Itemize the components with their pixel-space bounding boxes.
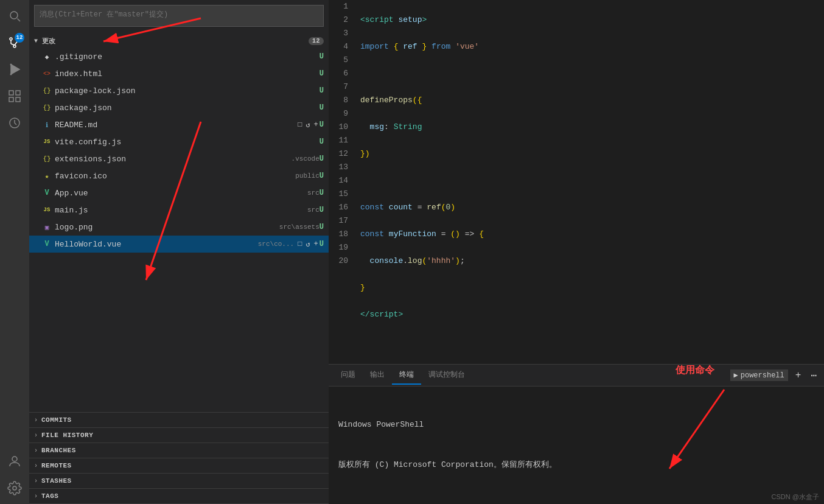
file-name: README.md	[55, 121, 294, 130]
vue-icon: V	[41, 187, 52, 198]
search-activity-icon[interactable]	[4, 5, 26, 27]
gitignore-icon: ◆	[41, 51, 52, 62]
file-name: vite.config.js	[55, 138, 319, 147]
readme-icon: ℹ	[41, 119, 52, 130]
panel-tab-right: ▶ powershell + ⋯	[730, 369, 820, 382]
file-name: package-lock.json	[55, 86, 319, 96]
file-item[interactable]: ▣ logo.png src\assets U	[29, 219, 329, 236]
json-icon: {}	[41, 153, 52, 164]
file-item[interactable]: JS main.js src U	[29, 201, 329, 219]
file-item[interactable]: ◆ .gitignore U	[29, 48, 329, 65]
file-status: U	[319, 69, 324, 78]
file-item[interactable]: ℹ README.md □ ↺ + U	[29, 116, 329, 133]
file-name: favicon.ico	[55, 172, 293, 181]
branches-chevron: ›	[34, 447, 38, 454]
json-icon: {}	[41, 102, 52, 113]
code-content: <script setup> import { ref } from 'vue'…	[355, 0, 824, 364]
open-file-btn[interactable]: □	[296, 239, 303, 250]
tab-problems[interactable]: 问题	[333, 366, 363, 385]
terminal-content[interactable]: Windows PowerShell 版权所有 (C) Microsoft Co…	[329, 387, 824, 504]
add-terminal-btn[interactable]: +	[793, 370, 804, 381]
file-item[interactable]: V App.vue src U	[29, 184, 329, 201]
scm-top	[29, 0, 329, 34]
tab-output[interactable]: 输出	[363, 366, 392, 385]
file-status: U	[319, 189, 324, 197]
file-actions: □ ↺ +	[296, 120, 319, 130]
account-activity-icon[interactable]	[4, 450, 26, 472]
file-list: ◆ .gitignore U <> index.html U {} packag…	[29, 48, 329, 253]
branches-section[interactable]: › BRANCHES	[29, 443, 329, 458]
run-activity-icon[interactable]	[4, 58, 26, 80]
file-item[interactable]: <> index.html U	[29, 65, 329, 82]
file-name: App.vue	[55, 189, 305, 198]
file-name: .gitignore	[55, 52, 319, 61]
split-terminal-btn[interactable]: ⋯	[808, 369, 819, 382]
file-status: U	[319, 240, 324, 248]
timeline-activity-icon[interactable]	[4, 112, 26, 134]
commits-section[interactable]: › COMMITS	[29, 413, 329, 428]
file-name: logo.png	[55, 223, 277, 232]
file-suffix: src	[307, 206, 319, 214]
git-activity-icon[interactable]: 12	[4, 32, 26, 54]
file-history-section[interactable]: › FILE HISTORY	[29, 428, 329, 443]
file-item[interactable]: {} package-lock.json U	[29, 82, 329, 99]
html-icon: <>	[41, 68, 52, 79]
file-suffix: src\co...	[258, 240, 294, 248]
remotes-label: REMOTES	[41, 462, 72, 469]
file-status: U	[319, 223, 324, 231]
commits-chevron: ›	[34, 417, 38, 424]
panel: 问题 输出 终端 调试控制台 ▶ powershell + ⋯ Windows …	[329, 364, 824, 504]
svg-point-2	[10, 38, 12, 40]
stashes-chevron: ›	[34, 478, 38, 485]
svg-rect-13	[9, 97, 13, 102]
file-item[interactable]: {} package.json U	[29, 99, 329, 116]
file-name: extensions.json	[55, 155, 289, 164]
main-content: 12345 678910 1112131415 1617181920 <scri…	[329, 0, 824, 504]
tab-debug-console[interactable]: 调试控制台	[421, 366, 472, 385]
svg-point-4	[13, 45, 16, 47]
sidebar: ▼ 更改 12 ◆ .gitignore U <> index.html U	[29, 0, 329, 504]
svg-point-10	[10, 74, 12, 75]
stage-btn[interactable]: +	[313, 120, 319, 130]
tags-chevron: ›	[34, 493, 38, 500]
commit-input[interactable]	[34, 5, 324, 27]
editor-pane: 12345 678910 1112131415 1617181920 <scri…	[329, 0, 824, 364]
file-status: U	[319, 155, 324, 163]
terminal-line-3	[338, 499, 814, 504]
file-suffix: src\assets	[279, 223, 319, 231]
powershell-dropdown[interactable]: ▶ powershell	[730, 369, 788, 381]
ico-icon: ★	[41, 170, 52, 181]
file-status: U	[319, 138, 324, 146]
svg-point-16	[12, 457, 17, 461]
svg-rect-14	[16, 97, 20, 102]
file-item[interactable]: {} extensions.json .vscode U	[29, 150, 329, 167]
discard-btn[interactable]: ↺	[304, 120, 311, 130]
discard-btn[interactable]: ↺	[304, 239, 311, 250]
file-suffix: .vscode	[292, 155, 319, 163]
file-item-selected[interactable]: V HelloWorld.vue src\co... □ ↺ + U	[29, 236, 329, 253]
git-badge: 12	[15, 33, 24, 43]
vue-icon: V	[41, 239, 52, 250]
file-item[interactable]: ★ favicon.ico public U	[29, 167, 329, 184]
svg-rect-12	[16, 91, 20, 95]
svg-marker-8	[11, 65, 19, 74]
open-file-btn[interactable]: □	[296, 120, 303, 130]
branches-label: BRANCHES	[41, 447, 76, 454]
file-history-chevron: ›	[34, 432, 38, 439]
remotes-section[interactable]: › REMOTES	[29, 458, 329, 474]
changes-title: 更改	[42, 37, 306, 46]
tab-terminal[interactable]: 终端	[392, 366, 421, 385]
tags-section[interactable]: › TAGS	[29, 489, 329, 504]
settings-activity-icon[interactable]	[4, 477, 26, 499]
extensions-activity-icon[interactable]	[4, 85, 26, 107]
commits-label: COMMITS	[41, 416, 72, 424]
changes-header[interactable]: ▼ 更改 12	[29, 34, 329, 48]
file-status: U	[319, 86, 324, 95]
activity-bar: 12	[0, 0, 29, 504]
stashes-section[interactable]: › STASHES	[29, 474, 329, 489]
code-container[interactable]: 12345 678910 1112131415 1617181920 <scri…	[329, 0, 824, 364]
panel-tabs: 问题 输出 终端 调试控制台 ▶ powershell + ⋯	[329, 365, 824, 387]
file-item[interactable]: JS vite.config.js U	[29, 133, 329, 150]
file-status: U	[319, 172, 324, 180]
stage-btn[interactable]: +	[313, 239, 319, 250]
